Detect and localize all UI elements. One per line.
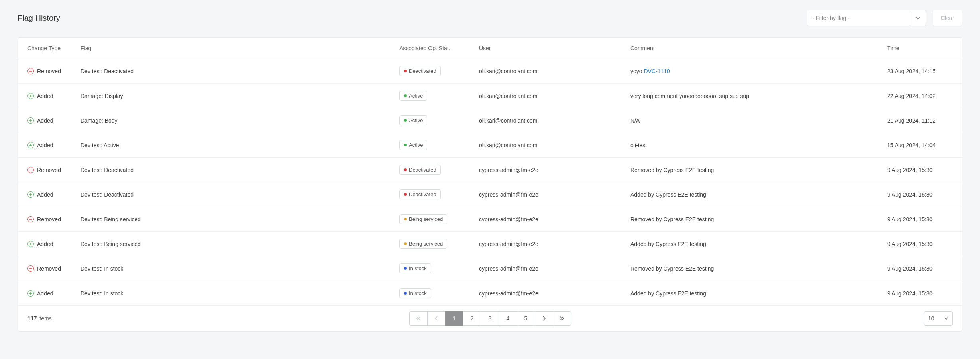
cell-change-type: Removed: [18, 158, 76, 182]
change-type-label: Added: [37, 290, 53, 297]
cell-flag: Dev test: Deactivated: [76, 182, 395, 207]
page-size-select[interactable]: 10: [924, 311, 953, 326]
cell-user: oli.kari@controlant.com: [474, 108, 626, 133]
status-label: Being serviced: [409, 216, 443, 222]
change-type-label: Removed: [37, 216, 61, 222]
cell-status: Active: [395, 108, 474, 133]
cell-flag: Damage: Body: [76, 108, 395, 133]
cell-comment: yoyo DVC-1110: [626, 59, 882, 84]
cell-user: oli.kari@controlant.com: [474, 84, 626, 108]
cell-status: In stock: [395, 281, 474, 306]
cell-user: cypress-admin@fm-e2e: [474, 281, 626, 306]
cell-flag: Dev test: Deactivated: [76, 158, 395, 182]
cell-flag: Damage: Display: [76, 84, 395, 108]
cell-comment: Removed by Cypress E2E testing: [626, 207, 882, 232]
cell-user: cypress-admin@fm-e2e: [474, 182, 626, 207]
filter-by-flag-select[interactable]: - Filter by flag -: [807, 10, 926, 26]
cell-comment: oli-test: [626, 133, 882, 158]
status-badge: Deactivated: [399, 165, 441, 175]
cell-user: oli.kari@controlant.com: [474, 133, 626, 158]
items-count: 117 items: [27, 315, 52, 322]
status-badge: Being serviced: [399, 214, 447, 224]
cell-time: 21 Aug 2024, 11:12: [882, 108, 962, 133]
pagination-page-button[interactable]: 4: [499, 311, 517, 326]
change-type-label: Removed: [37, 167, 61, 173]
status-label: In stock: [409, 265, 427, 271]
pagination-page-button[interactable]: 3: [481, 311, 499, 326]
status-dot-icon: [404, 267, 407, 270]
cell-comment: Removed by Cypress E2E testing: [626, 158, 882, 182]
status-badge: Deactivated: [399, 189, 441, 199]
cell-change-type: Added: [18, 281, 76, 306]
comment-text: Removed by Cypress E2E testing: [630, 167, 714, 173]
cell-comment: very long comment yooooooooooo. sup sup …: [626, 84, 882, 108]
cell-status: Being serviced: [395, 207, 474, 232]
change-type-label: Removed: [37, 68, 61, 74]
col-header-time: Time: [882, 38, 962, 59]
clear-button[interactable]: Clear: [933, 10, 962, 26]
pagination-page-button[interactable]: 1: [445, 311, 463, 326]
status-dot-icon: [404, 242, 407, 245]
change-type-label: Added: [37, 241, 53, 247]
cell-status: Being serviced: [395, 232, 474, 256]
status-label: Active: [409, 117, 423, 123]
status-dot-icon: [404, 70, 407, 72]
minus-circle-icon: [27, 265, 34, 272]
change-type-label: Added: [37, 117, 53, 124]
status-label: In stock: [409, 290, 427, 296]
cell-flag: Dev test: In stock: [76, 281, 395, 306]
cell-time: 15 Aug 2024, 14:04: [882, 133, 962, 158]
pagination-page-button[interactable]: 2: [463, 311, 481, 326]
items-word: items: [38, 315, 51, 322]
status-dot-icon: [404, 119, 407, 122]
comment-text: Removed by Cypress E2E testing: [630, 216, 714, 222]
status-dot-icon: [404, 168, 407, 171]
col-header-status: Associated Op. Stat.: [395, 38, 474, 59]
table-row: AddedDamage: BodyActiveoli.kari@controla…: [18, 108, 962, 133]
cell-flag: Dev test: In stock: [76, 256, 395, 281]
cell-change-type: Added: [18, 108, 76, 133]
pagination-first-button: [409, 311, 428, 326]
plus-circle-icon: [27, 191, 34, 198]
cell-user: cypress-admin@fm-e2e: [474, 232, 626, 256]
change-type-label: Added: [37, 191, 53, 198]
comment-link[interactable]: DVC-1110: [644, 68, 670, 74]
comment-text: Added by Cypress E2E testing: [630, 290, 706, 297]
cell-status: Active: [395, 133, 474, 158]
cell-time: 9 Aug 2024, 15:30: [882, 281, 962, 306]
cell-time: 9 Aug 2024, 15:30: [882, 256, 962, 281]
status-badge: Active: [399, 115, 427, 125]
comment-text: Removed by Cypress E2E testing: [630, 265, 714, 272]
cell-time: 22 Aug 2024, 14:02: [882, 84, 962, 108]
minus-circle-icon: [27, 167, 34, 173]
cell-status: In stock: [395, 256, 474, 281]
status-label: Active: [409, 142, 423, 148]
cell-status: Deactivated: [395, 158, 474, 182]
cell-time: 23 Aug 2024, 14:15: [882, 59, 962, 84]
table-row: RemovedDev test: Being servicedBeing ser…: [18, 207, 962, 232]
pagination-prev-button: [427, 311, 446, 326]
cell-time: 9 Aug 2024, 15:30: [882, 207, 962, 232]
cell-time: 9 Aug 2024, 15:30: [882, 158, 962, 182]
pagination-next-button[interactable]: [535, 311, 553, 326]
status-badge: In stock: [399, 288, 431, 298]
cell-user: cypress-admin@fm-e2e: [474, 256, 626, 281]
pagination-last-button[interactable]: [553, 311, 571, 326]
cell-comment: N/A: [626, 108, 882, 133]
status-badge: Active: [399, 91, 427, 101]
cell-change-type: Added: [18, 84, 76, 108]
chevron-down-icon: [910, 10, 926, 26]
cell-flag: Dev test: Being serviced: [76, 232, 395, 256]
status-badge: Deactivated: [399, 66, 441, 76]
cell-time: 9 Aug 2024, 15:30: [882, 182, 962, 207]
table-footer: 117 items 12345 10: [18, 306, 962, 331]
filter-placeholder: - Filter by flag -: [813, 15, 850, 21]
cell-status: Deactivated: [395, 59, 474, 84]
pagination-page-button[interactable]: 5: [517, 311, 535, 326]
flag-history-table-card: Change Type Flag Associated Op. Stat. Us…: [18, 37, 962, 332]
cell-user: cypress-admin@fm-e2e: [474, 207, 626, 232]
cell-flag: Dev test: Active: [76, 133, 395, 158]
status-label: Active: [409, 93, 423, 99]
comment-text: N/A: [630, 117, 640, 124]
comment-text: yoyo: [630, 68, 644, 74]
